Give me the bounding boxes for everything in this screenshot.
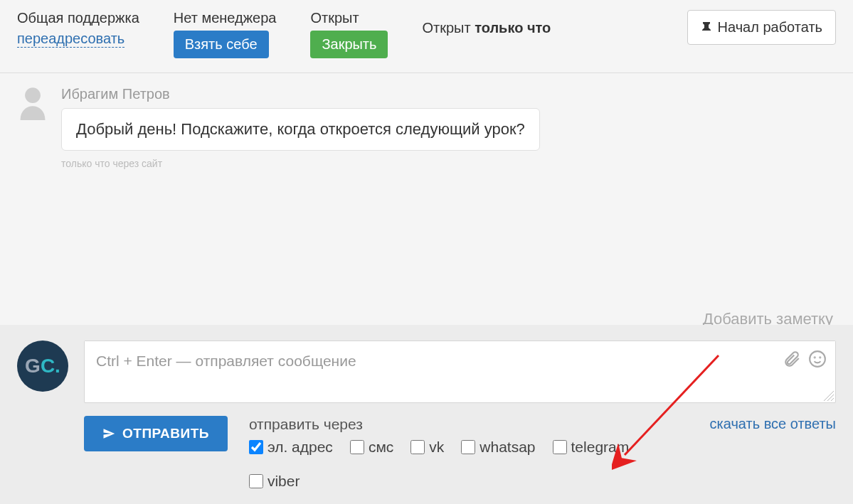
message-input-wrap xyxy=(84,341,836,403)
send-button[interactable]: ОТПРАВИТЬ xyxy=(84,416,228,451)
send-via-label: отправить через xyxy=(249,416,689,433)
start-work-label: Начал работать xyxy=(718,19,822,36)
channel-vk-label: vk xyxy=(429,439,444,456)
channel-email[interactable]: эл. адрес xyxy=(249,439,333,456)
channel-list: эл. адрессмсvkwhatsaptelegramviber xyxy=(249,439,689,490)
svg-point-3 xyxy=(820,357,820,358)
attach-icon[interactable] xyxy=(783,350,801,368)
svg-point-1 xyxy=(810,351,825,367)
channel-whatsapp-checkbox[interactable] xyxy=(461,440,475,454)
send-button-label: ОТПРАВИТЬ xyxy=(122,426,209,441)
svg-point-0 xyxy=(25,87,41,103)
support-label: Общая поддержка xyxy=(17,10,139,26)
channel-sms[interactable]: смс xyxy=(350,439,393,456)
status-prefix: Открыт xyxy=(422,20,475,36)
send-icon xyxy=(102,427,115,440)
channel-sms-checkbox[interactable] xyxy=(350,440,364,454)
take-self-button[interactable]: Взять себе xyxy=(174,31,269,58)
message-body: Ибрагим Петров Добрый день! Подскажите, … xyxy=(61,86,540,169)
channel-sms-label: смс xyxy=(369,439,393,456)
compose-area: GC. ОТПРАВИТЬ отправить через эл. адресс… xyxy=(0,325,853,504)
channel-email-label: эл. адрес xyxy=(267,439,333,456)
message-row: Ибрагим Петров Добрый день! Подскажите, … xyxy=(17,86,836,169)
support-col: Общая поддержка переадресовать xyxy=(17,10,139,48)
channel-vk[interactable]: vk xyxy=(410,439,444,456)
resize-grip-icon[interactable] xyxy=(824,391,834,401)
channel-telegram-label: telegram xyxy=(571,439,630,456)
no-manager-label: Нет менеджера xyxy=(174,10,277,26)
emoji-icon[interactable] xyxy=(808,350,827,368)
channel-whatsapp[interactable]: whatsap xyxy=(461,439,535,456)
channel-viber-checkbox[interactable] xyxy=(249,474,263,488)
message-author: Ибрагим Петров xyxy=(61,86,540,102)
close-button[interactable]: Закрыть xyxy=(310,31,388,58)
operator-avatar: GC. xyxy=(17,341,68,392)
message-thread: Ибрагим Петров Добрый день! Подскажите, … xyxy=(0,73,853,182)
channel-telegram[interactable]: telegram xyxy=(553,439,630,456)
pin-icon xyxy=(701,21,712,34)
message-meta: только что через сайт xyxy=(61,158,540,169)
channel-email-checkbox[interactable] xyxy=(249,440,263,454)
redirect-link[interactable]: переадресовать xyxy=(17,31,124,48)
status-col: Открыт Закрыть xyxy=(310,10,388,58)
open-label: Открыт xyxy=(310,10,388,26)
avatar-placeholder-icon xyxy=(17,86,48,120)
channel-whatsapp-label: whatsap xyxy=(480,439,535,456)
message-input[interactable] xyxy=(85,341,835,400)
status-time: только что xyxy=(475,20,551,36)
message-bubble: Добрый день! Подскажите, когда откроется… xyxy=(61,108,540,151)
svg-point-2 xyxy=(815,357,815,358)
channel-vk-checkbox[interactable] xyxy=(410,440,425,454)
ticket-header: Общая поддержка переадресовать Нет менед… xyxy=(0,0,853,73)
download-all-link[interactable]: скачать все ответы xyxy=(710,416,836,432)
opened-status: Открыт только что xyxy=(422,10,551,36)
channel-telegram-checkbox[interactable] xyxy=(553,440,567,454)
channel-viber[interactable]: viber xyxy=(249,473,300,490)
manager-col: Нет менеджера Взять себе xyxy=(174,10,277,58)
start-work-button[interactable]: Начал работать xyxy=(687,10,836,45)
channel-viber-label: viber xyxy=(267,473,300,490)
